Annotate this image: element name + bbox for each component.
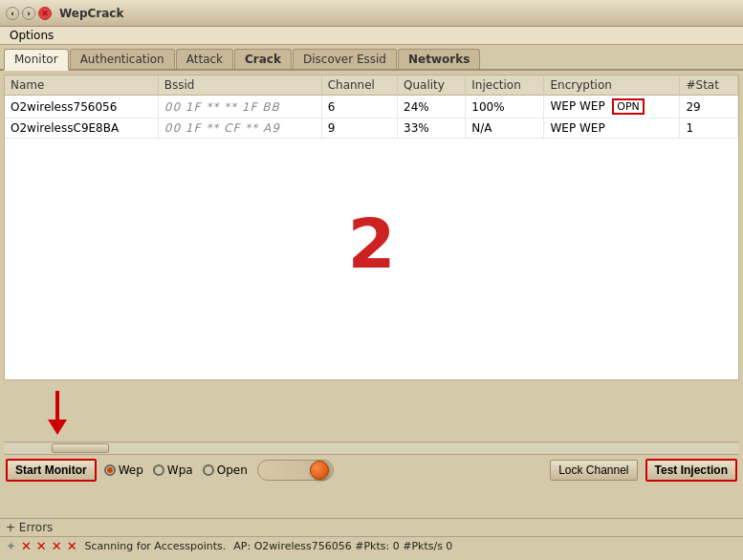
tab-discover-essid[interactable]: Discover Essid	[293, 49, 397, 69]
radio-wpa[interactable]: Wpa	[153, 463, 193, 477]
cell-stat: 29	[680, 96, 738, 118]
radio-wep-circle[interactable]	[104, 464, 116, 476]
down-arrow-icon	[48, 391, 67, 435]
tab-attack[interactable]: Attack	[176, 49, 233, 69]
errors-bar[interactable]: + Errors	[0, 518, 743, 536]
scanning-text: Scanning for Accesspoints.	[85, 540, 227, 552]
title-bar: ‹ › ✕ WepCrack	[0, 0, 743, 27]
ap-text: AP: O2wireless756056 #Pkts: 0 #Pkts/s 0	[233, 540, 452, 552]
col-quality: Quality	[398, 75, 466, 96]
status-bar: ✦ ✕ ✕ ✕ ✕ Scanning for Accesspoints. AP:…	[0, 536, 743, 555]
cell-quality: 33%	[398, 118, 466, 139]
x-icon-1: ✕	[21, 539, 32, 553]
window-controls[interactable]: ‹ › ✕	[6, 7, 52, 20]
tab-content: Name Bssid Channel Quality Injection Enc…	[0, 71, 743, 518]
radio-wpa-label: Wpa	[167, 463, 193, 477]
arrow-area	[0, 384, 743, 442]
network-count: 2	[347, 204, 395, 284]
network-table-area: Name Bssid Channel Quality Injection Enc…	[4, 75, 739, 380]
cell-name: O2wireless756056	[5, 96, 158, 118]
slider-knob[interactable]	[310, 461, 329, 480]
radio-wep[interactable]: Wep	[104, 463, 143, 477]
radio-open[interactable]: Open	[203, 463, 248, 477]
tab-monitor[interactable]: Monitor	[4, 49, 69, 71]
col-injection: Injection	[466, 75, 544, 96]
next-button[interactable]: ›	[22, 7, 35, 20]
sun-icon: ✦	[6, 539, 16, 553]
horizontal-scrollbar[interactable]	[4, 442, 739, 455]
col-bssid: Bssid	[158, 75, 321, 96]
radio-group: Wep Wpa Open	[104, 460, 542, 481]
errors-label: + Errors	[6, 521, 53, 534]
x-icon-2: ✕	[36, 539, 47, 553]
table-row[interactable]: O2wirelessC9E8BA 00 1F ** CF ** A9 9 33%…	[5, 118, 738, 139]
cell-bssid: 00 1F ** ** 1F BB	[158, 96, 321, 118]
cell-injection: 100%	[466, 96, 544, 118]
col-channel: Channel	[321, 75, 397, 96]
cell-quality: 24%	[398, 96, 466, 118]
scrollbar-thumb[interactable]	[52, 443, 109, 453]
bottom-bar: Start Monitor Wep Wpa Open Lock	[0, 455, 743, 485]
close-button[interactable]: ✕	[38, 7, 52, 20]
opn-badge: OPN	[612, 98, 645, 115]
cell-encryption: WEP WEP	[544, 118, 680, 139]
tabs-bar: Monitor Authentication Attack Crack Disc…	[0, 45, 743, 71]
cell-channel: 6	[321, 96, 397, 118]
cell-encryption: WEP WEP OPN	[544, 96, 680, 118]
tab-crack[interactable]: Crack	[234, 49, 292, 69]
col-name: Name	[5, 75, 158, 96]
x-icon-3: ✕	[52, 539, 62, 553]
col-encryption: Encryption	[544, 75, 680, 96]
col-stat: #Stat	[680, 75, 738, 96]
prev-button[interactable]: ‹	[6, 7, 19, 20]
cell-channel: 9	[321, 118, 397, 139]
radio-wpa-circle[interactable]	[153, 464, 164, 476]
menu-bar: Options	[0, 27, 743, 45]
tab-networks[interactable]: Networks	[398, 49, 480, 69]
lock-channel-button[interactable]: Lock Channel	[550, 460, 637, 481]
radio-open-label: Open	[217, 463, 248, 477]
cell-stat: 1	[680, 118, 738, 139]
radio-open-circle[interactable]	[203, 464, 214, 476]
start-monitor-button[interactable]: Start Monitor	[6, 459, 97, 482]
cell-bssid: 00 1F ** CF ** A9	[158, 118, 321, 139]
window-title: WepCrack	[59, 7, 123, 20]
cell-injection: N/A	[466, 118, 544, 139]
tab-authentication[interactable]: Authentication	[70, 49, 175, 69]
test-injection-button[interactable]: Test Injection	[645, 459, 737, 482]
status-icons: ✦ ✕ ✕ ✕ ✕	[6, 539, 77, 553]
cell-name: O2wirelessC9E8BA	[5, 118, 158, 139]
signal-slider[interactable]	[257, 460, 334, 481]
radio-wep-label: Wep	[119, 463, 143, 477]
x-icon-4: ✕	[67, 539, 77, 553]
menu-options[interactable]: Options	[4, 27, 59, 44]
table-row[interactable]: O2wireless756056 00 1F ** ** 1F BB 6 24%…	[5, 96, 738, 118]
network-table: Name Bssid Channel Quality Injection Enc…	[5, 75, 738, 139]
